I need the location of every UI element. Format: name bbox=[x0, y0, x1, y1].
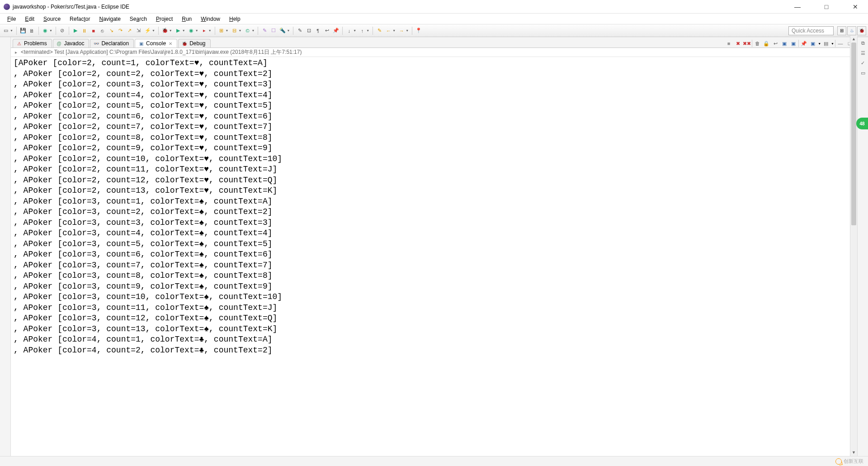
tab-javadoc[interactable]: @Javadoc bbox=[53, 39, 90, 48]
disconnect-button[interactable]: ⎋ bbox=[99, 27, 107, 35]
run-last-dropdown[interactable]: ▼ bbox=[208, 29, 212, 32]
nj-dropdown[interactable]: ▼ bbox=[226, 29, 229, 32]
drop-to-frame-button[interactable]: ⇲ bbox=[135, 27, 143, 35]
suspend-button[interactable]: ⏸ bbox=[80, 27, 89, 35]
scroll-thumb[interactable] bbox=[851, 43, 856, 225]
back-button[interactable]: ← bbox=[384, 27, 392, 35]
new-button[interactable]: ▭ bbox=[2, 27, 10, 35]
pin-console-icon[interactable]: 📌 bbox=[800, 39, 808, 48]
last-edit-button[interactable]: ✎ bbox=[375, 27, 383, 35]
terminate-icon[interactable]: ■ bbox=[725, 39, 733, 48]
maximize-icon[interactable]: ▭ bbox=[859, 69, 867, 77]
step-into-button[interactable]: ↘ bbox=[108, 27, 116, 35]
tree-expand-icon[interactable]: ▸ bbox=[13, 49, 19, 56]
quick-access-input[interactable]: Quick Access bbox=[788, 26, 834, 35]
new-dropdown[interactable]: ▼ bbox=[10, 29, 13, 32]
display-dropdown[interactable]: ▼ bbox=[818, 42, 821, 45]
use-step-filters-button[interactable]: ⚡ bbox=[144, 27, 152, 35]
word-wrap-icon[interactable]: ↩ bbox=[771, 39, 779, 48]
remove-launch-icon[interactable]: ✖ bbox=[734, 39, 742, 48]
pin-button[interactable]: 📌 bbox=[332, 27, 340, 35]
step-over-button[interactable]: ↷ bbox=[117, 27, 125, 35]
show-console-on-out-icon[interactable]: ▣ bbox=[780, 39, 788, 48]
np-dropdown[interactable]: ▼ bbox=[239, 29, 242, 32]
debug-dropdown[interactable]: ▼ bbox=[169, 29, 172, 32]
menu-help[interactable]: Help bbox=[225, 15, 245, 23]
step-filters-dropdown[interactable]: ▼ bbox=[152, 29, 155, 32]
open-type-button[interactable]: ◉ bbox=[41, 27, 49, 35]
resume-button[interactable]: ▶ bbox=[71, 27, 80, 35]
vertical-scrollbar[interactable]: ▲ ▼ bbox=[850, 35, 857, 456]
prev-annotation-button[interactable]: ↑ bbox=[358, 27, 366, 35]
minimize-button[interactable]: — bbox=[788, 3, 807, 10]
display-selected-icon[interactable]: ▣ bbox=[809, 39, 817, 48]
console-body[interactable]: [APoker [color=2, count=1, colorText=♥, … bbox=[11, 57, 857, 456]
open-task-button[interactable]: ✎ bbox=[260, 27, 269, 35]
na-dropdown[interactable]: ▼ bbox=[353, 29, 356, 32]
toggle-block-button[interactable]: ⊡ bbox=[305, 27, 313, 35]
forward-button[interactable]: → bbox=[397, 27, 406, 35]
minimize-view-icon[interactable]: — bbox=[836, 39, 844, 48]
menu-project[interactable]: Project bbox=[151, 15, 177, 23]
toggle-word-wrap-button[interactable]: ↩ bbox=[323, 27, 331, 35]
menu-run[interactable]: Run bbox=[177, 15, 196, 23]
restore-icon[interactable]: ⧉ bbox=[859, 39, 867, 47]
tab-declaration[interactable]: 👓Declaration bbox=[90, 39, 134, 48]
nc-dropdown[interactable]: ▼ bbox=[251, 29, 255, 32]
run-dropdown[interactable]: ▼ bbox=[182, 29, 185, 32]
search-button[interactable]: 🔦 bbox=[278, 27, 287, 35]
show-whitespace-button[interactable]: ¶ bbox=[314, 27, 322, 35]
close-button[interactable]: ✕ bbox=[846, 3, 864, 10]
menu-source[interactable]: Source bbox=[39, 15, 65, 23]
open-perspective-button[interactable]: ⊞ bbox=[837, 26, 846, 35]
menu-window[interactable]: Window bbox=[196, 15, 225, 23]
close-tab-icon[interactable]: ✕ bbox=[169, 41, 172, 46]
scroll-up-arrow[interactable]: ▲ bbox=[850, 35, 857, 43]
debug-button[interactable]: 🐞 bbox=[161, 27, 169, 35]
scroll-down-arrow[interactable]: ▼ bbox=[850, 449, 857, 456]
open-console-icon[interactable]: ▤ bbox=[822, 39, 830, 48]
pa-dropdown[interactable]: ▼ bbox=[366, 29, 369, 32]
tab-console[interactable]: ▣Console✕ bbox=[135, 39, 177, 48]
search-dropdown[interactable]: ▼ bbox=[287, 29, 290, 32]
clear-console-icon[interactable]: 🗑 bbox=[753, 39, 761, 48]
run-button[interactable]: ▶ bbox=[174, 27, 182, 35]
debug-perspective-button[interactable]: 🐞 bbox=[857, 26, 866, 35]
tab-debug[interactable]: 🐞Debug bbox=[178, 39, 210, 48]
scroll-lock-icon[interactable]: 🔒 bbox=[762, 39, 770, 48]
terminate-button[interactable]: ■ bbox=[90, 27, 98, 35]
menu-file[interactable]: File bbox=[3, 15, 20, 23]
task-list-icon[interactable]: ✓ bbox=[859, 59, 867, 67]
step-return-button[interactable]: ↗ bbox=[126, 27, 134, 35]
skip-breakpoints-button[interactable]: ⊘ bbox=[58, 27, 66, 35]
back-dropdown[interactable]: ▼ bbox=[392, 29, 396, 32]
pin-editor-button[interactable]: 📍 bbox=[415, 27, 423, 35]
fwd-dropdown[interactable]: ▼ bbox=[406, 29, 409, 32]
menu-refacor[interactable]: Refactor bbox=[65, 15, 94, 23]
new-package-button[interactable]: ⊟ bbox=[231, 27, 239, 35]
show-console-on-err-icon[interactable]: ▣ bbox=[789, 39, 797, 48]
open-type-hier-button[interactable]: ☐ bbox=[269, 27, 278, 35]
menu-edit[interactable]: Edit bbox=[20, 15, 39, 23]
menu-serch[interactable]: Search bbox=[125, 15, 151, 23]
coverage-dropdown[interactable]: ▼ bbox=[195, 29, 198, 32]
open-console-dropdown[interactable]: ▼ bbox=[831, 42, 834, 45]
new-class-button[interactable]: © bbox=[243, 27, 251, 35]
separator bbox=[412, 27, 412, 35]
java-perspective-button[interactable]: ♨ bbox=[847, 26, 856, 35]
tab-problems[interactable]: ⚠Problems bbox=[13, 39, 52, 48]
coverage-button[interactable]: ◉ bbox=[187, 27, 195, 35]
run-last-button[interactable]: ▸ bbox=[200, 27, 208, 35]
scroll-track[interactable] bbox=[850, 43, 857, 449]
save-all-button[interactable]: 🗎 bbox=[28, 27, 36, 35]
remove-all-icon[interactable]: ✖✖ bbox=[743, 39, 751, 48]
floating-badge[interactable]: 48 bbox=[856, 118, 868, 129]
next-annotation-button[interactable]: ↓ bbox=[345, 27, 353, 35]
toggle-mark-button[interactable]: ✎ bbox=[296, 27, 304, 35]
open-type-dropdown[interactable]: ▼ bbox=[49, 29, 52, 32]
maximize-button[interactable]: □ bbox=[817, 3, 835, 10]
new-java-project-button[interactable]: ⊞ bbox=[217, 27, 226, 35]
outline-icon[interactable]: ☰ bbox=[859, 49, 867, 57]
save-button[interactable]: 💾 bbox=[19, 27, 27, 35]
menu-navigate[interactable]: Navigate bbox=[94, 15, 125, 23]
